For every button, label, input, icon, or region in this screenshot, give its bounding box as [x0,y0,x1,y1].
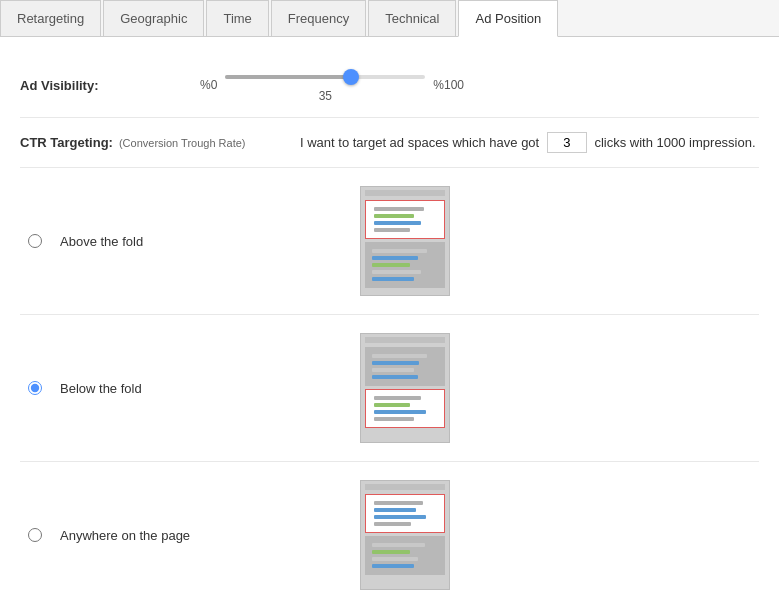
position-img-above [360,186,450,296]
content-area: Ad Visibility: %0 35 %100 CTR Targeting:… [0,37,779,610]
ad-box-above [365,200,445,239]
ctr-targeting-row: CTR Targeting: (Conversion Trough Rate) … [20,118,759,168]
position-row-above: Above the fold [20,168,759,315]
page-mock-anywhere [360,480,450,590]
ctr-sub-label: (Conversion Trough Rate) [119,137,246,149]
tab-retargeting[interactable]: Retargeting [0,0,101,36]
ctr-input[interactable] [547,132,587,153]
slider-value: 35 [319,89,332,103]
ad-box-anywhere [365,494,445,533]
page-mock-above [360,186,450,296]
position-img-below [360,333,450,443]
ad-visibility-label: Ad Visibility: [20,78,200,93]
ctr-label: CTR Targeting: (Conversion Trough Rate) [20,135,300,150]
slider-col: 35 [225,67,425,103]
tab-frequency[interactable]: Frequency [271,0,366,36]
radio-anywhere[interactable] [28,528,42,542]
radio-col-anywhere[interactable] [20,528,50,542]
position-label-below: Below the fold [50,381,230,396]
slider-track [225,75,425,79]
tab-ad-position[interactable]: Ad Position [458,0,558,37]
radio-col-below[interactable] [20,381,50,395]
ad-box-below [365,389,445,428]
position-row-anywhere: Anywhere on the page [20,462,759,608]
ctr-text: I want to target ad spaces which have go… [300,132,756,153]
ad-visibility-row: Ad Visibility: %0 35 %100 [20,53,759,118]
tab-technical[interactable]: Technical [368,0,456,36]
ctr-label-text: CTR Targeting: [20,135,113,150]
position-img-anywhere [360,480,450,590]
slider-container: %0 35 %100 [200,67,759,103]
ctr-text-before: I want to target ad spaces which have go… [300,135,539,150]
ctr-text-after: clicks with 1000 impression. [594,135,755,150]
position-row-below: Below the fold [20,315,759,462]
mock-header [365,190,445,196]
radio-above[interactable] [28,234,42,248]
tab-geographic[interactable]: Geographic [103,0,204,36]
tabs-container: Retargeting Geographic Time Frequency Te… [0,0,779,37]
slider-min-label: %0 [200,78,217,92]
position-label-above: Above the fold [50,234,230,249]
mock-header-below [365,337,445,343]
position-label-anywhere: Anywhere on the page [50,528,230,543]
mock-header-anywhere [365,484,445,490]
tab-time[interactable]: Time [206,0,268,36]
slider-thumb[interactable] [343,69,359,85]
radio-below[interactable] [28,381,42,395]
slider-max-label: %100 [433,78,464,92]
radio-col-above[interactable] [20,234,50,248]
slider-fill [225,75,355,79]
slider-wrap[interactable] [225,67,425,87]
page-mock-below [360,333,450,443]
